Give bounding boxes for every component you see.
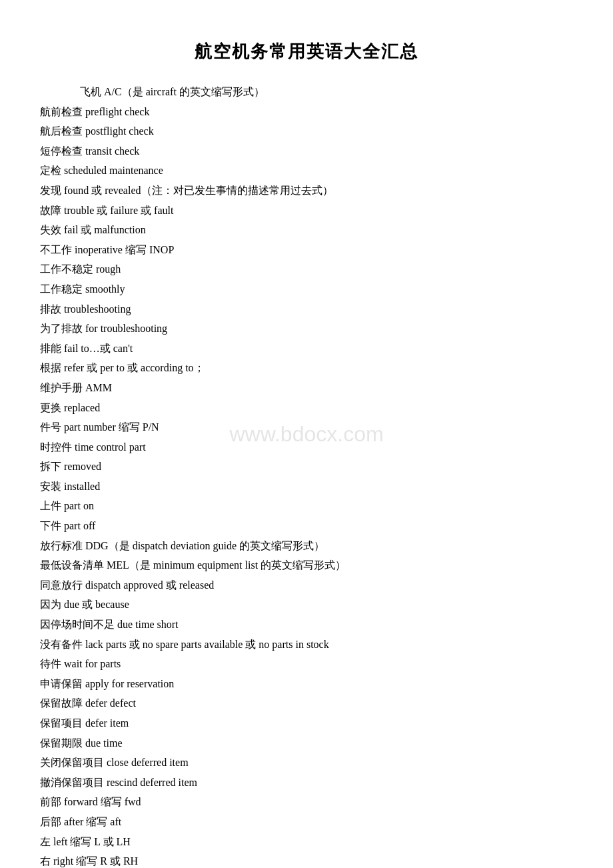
list-item: 拆下 removed [40,457,573,477]
list-item: 保留期限 due time [40,733,573,753]
page-title: 航空机务常用英语大全汇总 [40,40,573,63]
list-item: 排能 fail to…或 can't [40,339,573,359]
list-item: 申请保留 apply for reservation [40,674,573,694]
list-item: 左 left 缩写 L 或 LH [40,832,573,852]
list-item: 上件 part on [40,496,573,516]
list-item: 失效 fail 或 malfunction [40,220,573,240]
list-item: 关闭保留项目 close deferred item [40,753,573,773]
content-area: 飞机 A/C（是 aircraft 的英文缩写形式）航前检查 preflight… [40,82,573,868]
list-item: 为了排故 for troubleshooting [40,319,573,339]
list-item: 后部 after 缩写 aft [40,812,573,832]
list-item: 最低设备清单 MEL（是 minimum equipment list 的英文缩… [40,555,573,575]
list-item: 保留项目 defer item [40,713,573,733]
list-item: 保留故障 defer defect [40,693,573,713]
list-item: 故障 trouble 或 failure 或 fault [40,201,573,221]
list-item: 安装 installed [40,477,573,497]
list-item: 发现 found 或 revealed（注：对已发生事情的描述常用过去式） [40,181,573,201]
list-item: 待件 wait for parts [40,654,573,674]
list-item: 不工作 inoperative 缩写 INOP [40,240,573,260]
list-item: 定检 scheduled maintenance [40,161,573,181]
list-item: 短停检查 transit check [40,141,573,161]
list-item: 右 right 缩写 R 或 RH [40,851,573,868]
list-item: 时控件 time control part [40,437,573,457]
list-item: 航前检查 preflight check [40,102,573,122]
list-item: 前部 forward 缩写 fwd [40,792,573,812]
list-item: 因停场时间不足 due time short [40,615,573,635]
list-item: 撤消保留项目 rescind deferred item [40,773,573,793]
list-item: 更换 replaced [40,398,573,418]
list-item: 放行标准 DDG（是 dispatch deviation guide 的英文缩… [40,536,573,556]
list-item: 同意放行 dispatch approved 或 released [40,575,573,595]
list-item: 飞机 A/C（是 aircraft 的英文缩写形式） [40,82,573,102]
list-item: 没有备件 lack parts 或 no spare parts availab… [40,635,573,655]
list-item: 工作稳定 smoothly [40,279,573,299]
list-item: 排故 troubleshooting [40,299,573,319]
list-item: 维护手册 AMM [40,378,573,398]
list-item: 航后检查 postflight check [40,121,573,141]
list-item: 下件 part off [40,516,573,536]
list-item: 因为 due 或 because [40,595,573,615]
list-item: 工作不稳定 rough [40,259,573,279]
list-item: 根据 refer 或 per to 或 according to； [40,358,573,378]
list-item: 件号 part number 缩写 P/N [40,417,573,437]
